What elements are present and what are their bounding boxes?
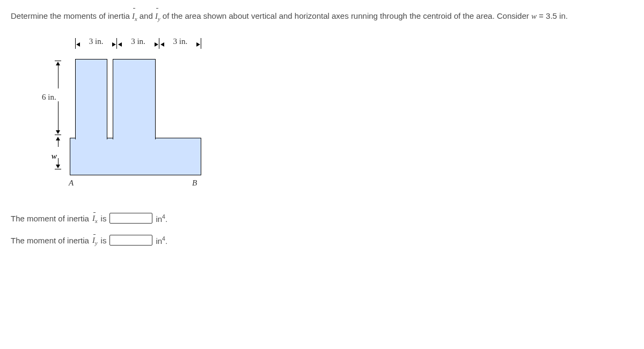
dimension-top-1: 3 in.	[75, 39, 117, 53]
answer-conn: is	[101, 214, 107, 223]
dimension-left-group: 6 in. w	[43, 61, 64, 179]
shape-base-rect	[70, 138, 201, 175]
text: of the area shown about vertical and hor…	[163, 11, 531, 20]
point-b-label: B	[192, 179, 197, 188]
var-w: w	[531, 12, 537, 20]
symbol-ix: Ix	[132, 9, 137, 24]
unit-base: in	[156, 214, 162, 224]
point-a-label: A	[69, 179, 74, 188]
dim-label: 3 in.	[117, 37, 159, 46]
dim-label: 3 in.	[159, 37, 201, 46]
text: and	[140, 11, 155, 20]
answer-conn: is	[101, 236, 107, 245]
ix-sub: x	[95, 218, 98, 224]
answer-row-iy: The moment of inertia Iy is in4.	[11, 235, 633, 246]
dimension-top-2: 3 in.	[117, 39, 159, 53]
unit-suffix: .	[165, 236, 167, 246]
symbol-ix: Ix	[92, 213, 98, 224]
unit-label: in4.	[156, 213, 167, 224]
dim-label: 3 in.	[75, 37, 117, 46]
text: Determine the moments of inertia	[11, 11, 132, 20]
ix-sub: x	[135, 16, 137, 22]
iy-sub: y	[95, 240, 98, 246]
symbol-iy: Iy	[92, 235, 98, 246]
iy-sub: y	[158, 16, 160, 22]
answer-row-ix: The moment of inertia Ix is in4.	[11, 213, 633, 224]
composite-shape	[70, 52, 201, 175]
symbol-iy: Iy	[155, 9, 160, 24]
figure: 3 in. 3 in. 3 in. 6 in. w	[11, 39, 204, 195]
answer-prefix: The moment of inertia	[11, 214, 89, 223]
text: = 3.5 in.	[537, 11, 568, 20]
ix-input[interactable]	[109, 213, 152, 224]
dimension-top-group: 3 in. 3 in. 3 in.	[75, 39, 201, 53]
iy-input[interactable]	[109, 235, 152, 246]
dimension-top-3: 3 in.	[159, 39, 201, 53]
shape-left-rect	[75, 59, 107, 139]
dim-6in-label: 6 in.	[42, 93, 56, 102]
answer-prefix: The moment of inertia	[11, 236, 89, 245]
unit-base: in	[156, 236, 162, 246]
unit-label: in4.	[156, 235, 167, 246]
unit-suffix: .	[165, 214, 167, 224]
dim-w-label: w	[52, 152, 57, 161]
shape-stem-rect	[113, 59, 156, 139]
problem-statement: Determine the moments of inertia Ix and …	[11, 9, 633, 24]
